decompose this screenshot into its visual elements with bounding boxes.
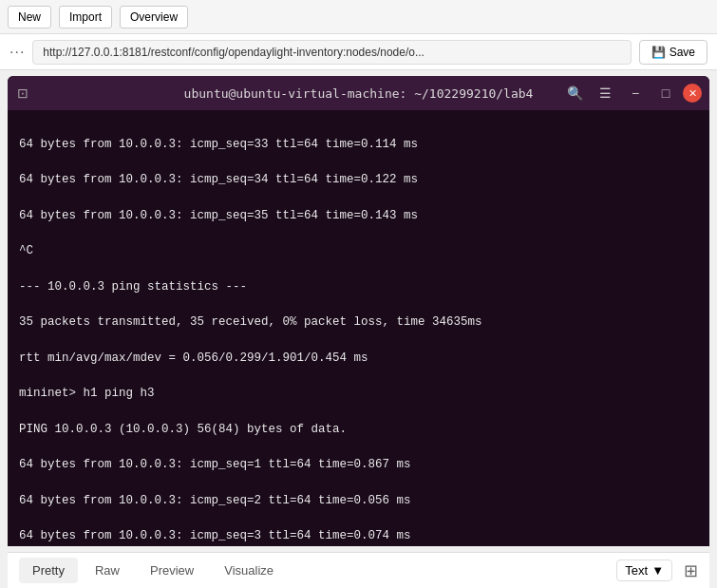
save-icon: 💾 — [651, 46, 666, 59]
terminal-maximize-button[interactable]: □ — [652, 82, 679, 104]
terminal-title: ubuntu@ubuntu-virtual-machine: ~/1022992… — [184, 86, 534, 101]
terminal-window: ⊡ ubuntu@ubuntu-virtual-machine: ~/10229… — [8, 76, 709, 546]
tab-preview[interactable]: Preview — [137, 558, 207, 583]
terminal-controls: 🔍 ☰ − □ ✕ — [561, 82, 702, 104]
format-select[interactable]: Text ▼ — [616, 560, 672, 581]
terminal-titlebar: ⊡ ubuntu@ubuntu-virtual-machine: ~/10229… — [8, 76, 709, 110]
url-bar[interactable]: http://127.0.0.1:8181/restconf/config/op… — [32, 40, 631, 65]
terminal-line: 64 bytes from 10.0.0.3: icmp_seq=3 ttl=6… — [19, 527, 698, 545]
browser-top-bar: New Import Overview — [0, 0, 717, 34]
overview-button[interactable]: Overview — [120, 6, 188, 28]
import-button[interactable]: Import — [59, 6, 112, 28]
url-bar-row: ··· http://127.0.0.1:8181/restconf/confi… — [0, 34, 717, 70]
terminal-line: ^C — [19, 242, 698, 260]
terminal-line: mininet> h1 ping h3 — [19, 385, 698, 403]
terminal-menu-button[interactable]: ☰ — [592, 82, 618, 104]
terminal-minimize-button[interactable]: − — [622, 82, 649, 104]
save-label: Save — [670, 46, 695, 59]
format-chevron-down-icon: ▼ — [651, 563, 664, 578]
format-settings-icon[interactable]: ⊞ — [684, 560, 698, 581]
more-options-icon[interactable]: ··· — [9, 44, 25, 61]
terminal-line: --- 10.0.0.3 ping statistics --- — [19, 278, 698, 296]
terminal-line: 64 bytes from 10.0.0.3: icmp_seq=35 ttl=… — [19, 207, 698, 225]
terminal-line: 64 bytes from 10.0.0.3: icmp_seq=33 ttl=… — [19, 136, 698, 154]
terminal-line: 64 bytes from 10.0.0.3: icmp_seq=1 ttl=6… — [19, 456, 698, 474]
tab-visualize[interactable]: Visualize — [211, 558, 287, 583]
terminal-line: 64 bytes from 10.0.0.3: icmp_seq=34 ttl=… — [19, 171, 698, 189]
terminal-line: 35 packets transmitted, 35 received, 0% … — [19, 313, 698, 332]
tab-pretty[interactable]: Pretty — [19, 558, 78, 583]
terminal-content[interactable]: 64 bytes from 10.0.0.3: icmp_seq=33 ttl=… — [8, 110, 709, 546]
terminal-search-button[interactable]: 🔍 — [561, 82, 588, 104]
format-label: Text — [625, 563, 648, 578]
bottom-toolbar: Pretty Raw Preview Visualize Text ▼ ⊞ — [8, 552, 709, 588]
save-button[interactable]: 💾 Save — [639, 40, 708, 65]
new-button[interactable]: New — [8, 6, 51, 28]
terminal-close-button[interactable]: ✕ — [683, 84, 702, 103]
terminal-line: rtt min/avg/max/mdev = 0.056/0.299/1.901… — [19, 350, 698, 368]
terminal-embed-icon: ⊡ — [17, 85, 28, 101]
terminal-line: 64 bytes from 10.0.0.3: icmp_seq=2 ttl=6… — [19, 492, 698, 510]
url-text: http://127.0.0.1:8181/restconf/config/op… — [43, 46, 620, 59]
tab-raw[interactable]: Raw — [82, 558, 133, 583]
terminal-line: PING 10.0.0.3 (10.0.0.3) 56(84) bytes of… — [19, 421, 698, 439]
